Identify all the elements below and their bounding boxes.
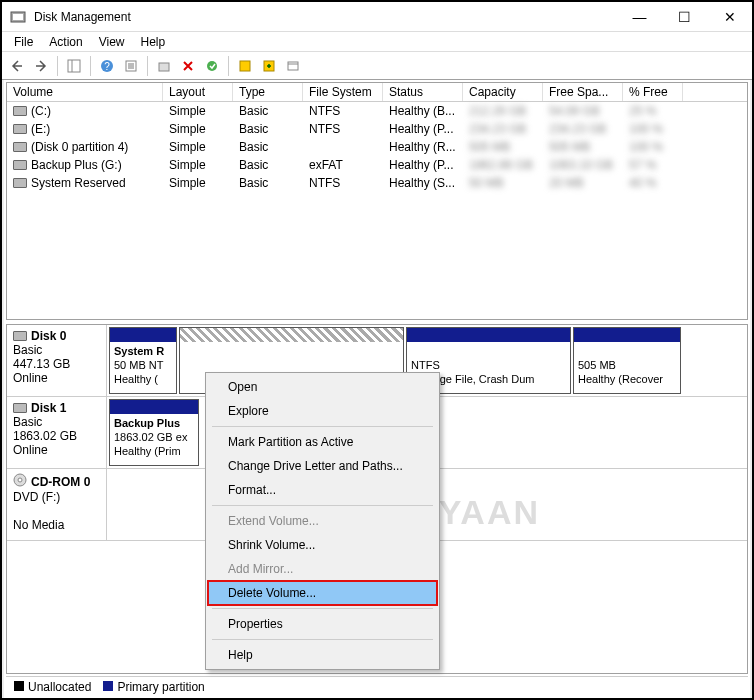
menu-file[interactable]: File xyxy=(6,33,41,51)
volume-icon xyxy=(13,178,27,188)
tool-button[interactable] xyxy=(258,55,280,77)
disk-status: Online xyxy=(13,443,100,457)
col-pctfree[interactable]: % Free xyxy=(623,83,683,101)
ctx-shrink[interactable]: Shrink Volume... xyxy=(208,533,437,557)
app-icon xyxy=(10,9,26,25)
forward-button[interactable] xyxy=(30,55,52,77)
menubar: File Action View Help xyxy=(2,32,752,52)
show-hide-console-button[interactable] xyxy=(63,55,85,77)
ctx-mark-active[interactable]: Mark Partition as Active xyxy=(208,430,437,454)
ctx-separator xyxy=(212,426,433,427)
toolbar-separator xyxy=(90,56,91,76)
partition-title: Backup Plus xyxy=(114,417,180,429)
svg-rect-8 xyxy=(159,63,169,71)
col-layout[interactable]: Layout xyxy=(163,83,233,101)
ctx-delete-volume[interactable]: Delete Volume... xyxy=(208,581,437,605)
titlebar: Disk Management — ☐ ✕ xyxy=(2,2,752,32)
partition-bar-hatched xyxy=(180,328,403,342)
delete-button[interactable] xyxy=(177,55,199,77)
close-button[interactable]: ✕ xyxy=(707,2,752,32)
maximize-button[interactable]: ☐ xyxy=(662,2,707,32)
disk-info[interactable]: Disk 1 Basic 1863.02 GB Online xyxy=(7,397,107,468)
disk-info[interactable]: Disk 0 Basic 447.13 GB Online xyxy=(7,325,107,396)
volume-list[interactable]: Volume Layout Type File System Status Ca… xyxy=(6,82,748,320)
ctx-separator xyxy=(212,608,433,609)
legend-swatch-unallocated xyxy=(14,681,24,691)
partition-title: System R xyxy=(114,345,164,357)
legend-primary: Primary partition xyxy=(117,680,204,694)
disk-icon xyxy=(13,403,27,413)
partition-bar xyxy=(574,328,680,342)
ctx-change-letter[interactable]: Change Drive Letter and Paths... xyxy=(208,454,437,478)
volume-row[interactable]: (C:)SimpleBasicNTFSHealthy (B...212.26 G… xyxy=(7,102,747,120)
menu-help[interactable]: Help xyxy=(133,33,174,51)
col-freespace[interactable]: Free Spa... xyxy=(543,83,623,101)
volume-row[interactable]: (E:)SimpleBasicNTFSHealthy (P...234.23 G… xyxy=(7,120,747,138)
svg-text:?: ? xyxy=(104,61,110,72)
refresh-button[interactable] xyxy=(153,55,175,77)
ctx-help[interactable]: Help xyxy=(208,643,437,667)
disk-info[interactable]: CD-ROM 0 DVD (F:) No Media xyxy=(7,469,107,540)
col-blank xyxy=(683,83,747,101)
ctx-explore[interactable]: Explore xyxy=(208,399,437,423)
svg-point-9 xyxy=(207,61,217,71)
ctx-extend: Extend Volume... xyxy=(208,509,437,533)
toolbar: ? xyxy=(2,52,752,80)
svg-point-15 xyxy=(18,478,22,482)
partition-detail: 505 MB xyxy=(578,359,616,371)
volume-row[interactable]: System ReservedSimpleBasicNTFSHealthy (S… xyxy=(7,174,747,192)
partition-bar xyxy=(407,328,570,342)
ctx-format[interactable]: Format... xyxy=(208,478,437,502)
disk-status: Online xyxy=(13,371,100,385)
toolbar-separator xyxy=(147,56,148,76)
menu-view[interactable]: View xyxy=(91,33,133,51)
toolbar-separator xyxy=(228,56,229,76)
disk-type: DVD (F:) xyxy=(13,490,100,504)
partition-detail: NTFS xyxy=(411,359,440,371)
disk-size: 1863.02 GB xyxy=(13,429,100,443)
ctx-add-mirror: Add Mirror... xyxy=(208,557,437,581)
ctx-open[interactable]: Open xyxy=(208,375,437,399)
disk-name: Disk 0 xyxy=(31,329,66,343)
svg-rect-7 xyxy=(128,63,134,69)
col-filesystem[interactable]: File System xyxy=(303,83,383,101)
partition-system-reserved[interactable]: System R50 MB NTHealthy ( xyxy=(109,327,177,394)
disk-name: CD-ROM 0 xyxy=(31,475,90,489)
partition-backup-plus[interactable]: Backup Plus1863.02 GB exHealthy (Prim xyxy=(109,399,199,466)
properties-button[interactable] xyxy=(282,55,304,77)
col-type[interactable]: Type xyxy=(233,83,303,101)
disk-status: No Media xyxy=(13,518,100,532)
col-volume[interactable]: Volume xyxy=(7,83,163,101)
col-status[interactable]: Status xyxy=(383,83,463,101)
svg-rect-2 xyxy=(68,60,80,72)
tool-button[interactable] xyxy=(234,55,256,77)
back-button[interactable] xyxy=(6,55,28,77)
volume-list-header: Volume Layout Type File System Status Ca… xyxy=(7,83,747,102)
partition-recovery[interactable]: 505 MBHealthy (Recover xyxy=(573,327,681,394)
partition-detail: Healthy (Recover xyxy=(578,373,663,385)
svg-rect-10 xyxy=(240,61,250,71)
partition-detail: Healthy (Prim xyxy=(114,445,181,457)
partition-detail: 50 MB NT xyxy=(114,359,164,371)
settings-button[interactable] xyxy=(120,55,142,77)
disk-name: Disk 1 xyxy=(31,401,66,415)
volume-icon xyxy=(13,160,27,170)
volume-icon xyxy=(13,142,27,152)
help-button[interactable]: ? xyxy=(96,55,118,77)
partition-detail: Healthy ( xyxy=(114,373,158,385)
action-button[interactable] xyxy=(201,55,223,77)
col-capacity[interactable]: Capacity xyxy=(463,83,543,101)
disk-icon xyxy=(13,331,27,341)
legend-unallocated: Unallocated xyxy=(28,680,91,694)
partition-bar xyxy=(110,328,176,342)
svg-rect-12 xyxy=(288,62,298,70)
menu-action[interactable]: Action xyxy=(41,33,90,51)
svg-rect-1 xyxy=(13,14,23,20)
volume-row[interactable]: Backup Plus (G:)SimpleBasicexFATHealthy … xyxy=(7,156,747,174)
toolbar-separator xyxy=(57,56,58,76)
legend-swatch-primary xyxy=(103,681,113,691)
disk-type: Basic xyxy=(13,415,100,429)
minimize-button[interactable]: — xyxy=(617,2,662,32)
volume-row[interactable]: (Disk 0 partition 4)SimpleBasicHealthy (… xyxy=(7,138,747,156)
ctx-properties[interactable]: Properties xyxy=(208,612,437,636)
